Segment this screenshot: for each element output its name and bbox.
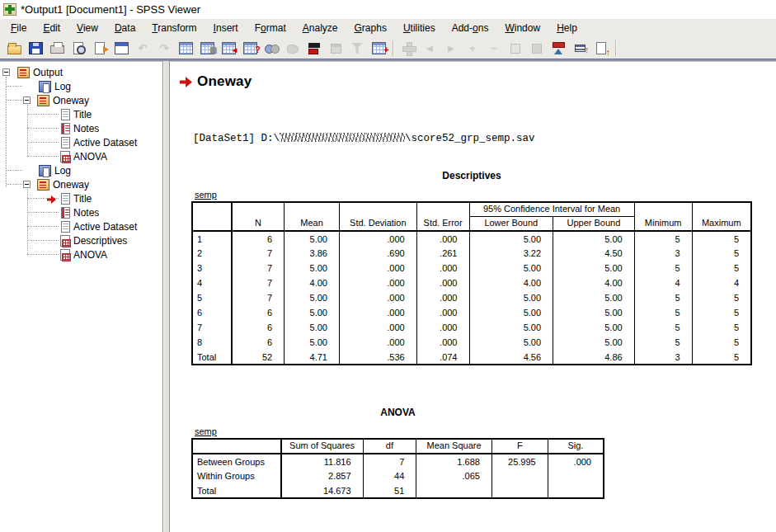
tree-item-label: Title — [73, 109, 92, 120]
value-cell: 11.816 — [281, 454, 364, 468]
tree-item-label: Title — [73, 193, 92, 205]
tree-item-log[interactable]: Log — [0, 163, 162, 177]
tree-item-log[interactable]: Log — [0, 79, 162, 93]
value-cell: 3.86 — [285, 246, 340, 261]
value-cell: 2.857 — [281, 468, 364, 483]
value-cell: 5 — [692, 261, 751, 275]
variables-button[interactable] — [218, 39, 239, 58]
tree-item-notes[interactable]: Notes — [0, 121, 162, 135]
menu-graphs[interactable]: Graphs — [346, 20, 394, 36]
value-cell: .000 — [339, 275, 416, 290]
value-cell: 3 — [634, 246, 692, 261]
column-header-maximum: Maximum — [692, 202, 751, 231]
tree-item-title[interactable]: Title — [0, 107, 162, 121]
insert-cases-button[interactable] — [368, 39, 389, 58]
value-cell: 52 — [232, 350, 285, 365]
value-cell: 5.00 — [469, 290, 553, 305]
menu-transform[interactable]: Transform — [143, 20, 205, 36]
select-last-output-button[interactable] — [303, 39, 325, 58]
menu-utilities[interactable]: Utilities — [395, 20, 444, 36]
previous-item-button[interactable]: ◄ — [419, 39, 440, 58]
table-row: 474.00.000.0004.004.0044 — [192, 275, 751, 290]
value-cell: .000 — [339, 320, 416, 335]
print-button[interactable] — [46, 39, 68, 58]
tree-item-title[interactable]: Title — [0, 191, 162, 205]
tree-item-active-dataset[interactable]: Active Dataset — [0, 135, 162, 149]
navigator-button[interactable] — [397, 39, 419, 58]
tree-item-label: Descriptives — [73, 235, 127, 247]
menu-data[interactable]: Data — [106, 20, 143, 36]
collapse-expander-icon[interactable] — [2, 68, 10, 76]
menu-view[interactable]: View — [68, 20, 106, 36]
promote-button[interactable] — [548, 39, 569, 58]
save-button[interactable] — [25, 39, 46, 58]
select-last-output-icon — [308, 42, 320, 54]
menu-analyze[interactable]: Analyze — [294, 20, 346, 36]
menu-insert[interactable]: Insert — [205, 20, 247, 36]
page-tree-icon — [61, 137, 70, 148]
value-cell: 5 — [692, 290, 751, 305]
recall-dialogs-button[interactable] — [111, 39, 132, 58]
main-area: OutputLogOnewayTitleNotesActive DatasetA… — [0, 61, 776, 532]
insert-text-button[interactable] — [590, 39, 612, 58]
menu-addons[interactable]: Add-ons — [444, 20, 497, 36]
tree-item-active-dataset[interactable]: Active Dataset — [0, 219, 162, 233]
menu-bar: FileEditViewDataTransformInsertFormatAna… — [0, 18, 776, 37]
value-cell: 25.995 — [491, 454, 548, 468]
show-results-button[interactable] — [505, 39, 526, 58]
value-cell: 4.00 — [553, 275, 635, 290]
open-file-button[interactable] — [3, 39, 25, 58]
filter-button[interactable] — [346, 39, 368, 58]
value-cell — [548, 483, 604, 498]
export-output-button[interactable] — [89, 39, 111, 58]
collapse-button[interactable]: − — [483, 39, 505, 58]
insert-heading-icon — [575, 45, 586, 52]
tree-item-anova[interactable]: ANOVA — [0, 247, 162, 261]
value-cell: .690 — [339, 246, 416, 261]
toolbar: ↶↷◄►+− — [0, 37, 776, 59]
value-cell: 4.56 — [469, 350, 553, 365]
toolbar-group-separator — [615, 40, 617, 56]
value-cell: .261 — [416, 246, 469, 261]
column-header-df: df — [363, 439, 416, 454]
menu-edit[interactable]: Edit — [35, 20, 68, 36]
goto-case-button[interactable] — [196, 39, 218, 58]
designate-window-button[interactable] — [325, 39, 346, 58]
next-item-button[interactable]: ► — [440, 39, 462, 58]
tree-item-label: Active Dataset — [73, 137, 137, 148]
tree-item-anova[interactable]: ANOVA — [0, 149, 162, 163]
title-bar: *Output1 [Document1] - SPSS Viewer — [0, 0, 776, 18]
hide-results-button[interactable] — [526, 39, 548, 58]
use-sets-button[interactable] — [282, 39, 303, 58]
use-variable-sets-button[interactable] — [261, 39, 282, 58]
panel-splitter[interactable] — [162, 61, 170, 532]
value-cell: 5.00 — [285, 305, 340, 320]
column-header-std-deviation: Std. Deviation — [339, 202, 416, 231]
value-cell — [548, 468, 604, 483]
value-cell: 3.22 — [469, 246, 553, 261]
print-preview-button[interactable] — [68, 39, 89, 58]
expand-button[interactable]: + — [462, 39, 483, 58]
find-button[interactable] — [239, 39, 261, 58]
menu-help[interactable]: Help — [548, 20, 586, 36]
goto-data-button[interactable] — [175, 39, 196, 58]
collapse-expander-icon[interactable] — [23, 97, 31, 104]
insert-heading-button[interactable] — [569, 39, 590, 58]
tree-item-oneway[interactable]: Oneway — [0, 177, 162, 191]
menu-file[interactable]: File — [2, 20, 35, 36]
tree-item-oneway[interactable]: Oneway — [0, 93, 162, 107]
redo-button[interactable]: ↷ — [153, 39, 175, 58]
tree-item-label: Log — [54, 81, 71, 92]
tree-item-output[interactable]: Output — [0, 65, 162, 79]
tree-item-descriptives[interactable]: Descriptives — [0, 233, 162, 247]
tree-item-label: Output — [33, 67, 63, 78]
undo-button[interactable]: ↶ — [132, 39, 153, 58]
menu-window[interactable]: Window — [496, 20, 548, 36]
value-cell — [416, 483, 492, 498]
collapse-expander-icon[interactable] — [23, 181, 31, 188]
tree-item-label: Oneway — [53, 179, 89, 191]
value-cell: 4.50 — [553, 246, 635, 261]
row-label-cell: 5 — [192, 290, 232, 305]
tree-item-notes[interactable]: Notes — [0, 205, 162, 219]
menu-format[interactable]: Format — [247, 20, 294, 36]
